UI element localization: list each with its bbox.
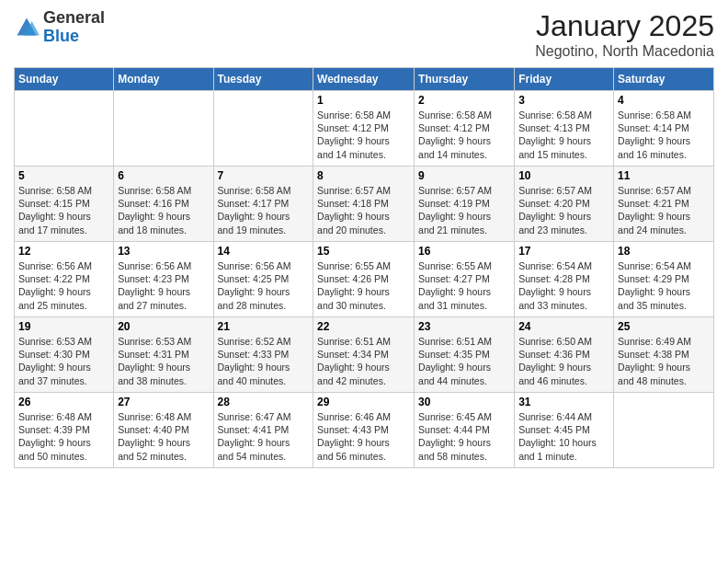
calendar-cell: 12Sunrise: 6:56 AMSunset: 4:22 PMDayligh… bbox=[15, 242, 114, 317]
calendar-cell: 5Sunrise: 6:58 AMSunset: 4:15 PMDaylight… bbox=[15, 167, 114, 242]
col-sunday: Sunday bbox=[15, 68, 114, 91]
day-info: Sunrise: 6:51 AMSunset: 4:34 PMDaylight:… bbox=[317, 335, 410, 387]
calendar-week-row: 5Sunrise: 6:58 AMSunset: 4:15 PMDaylight… bbox=[15, 167, 714, 242]
day-number: 12 bbox=[18, 245, 109, 258]
calendar-cell: 27Sunrise: 6:48 AMSunset: 4:40 PMDayligh… bbox=[114, 393, 213, 468]
day-info: Sunrise: 6:58 AMSunset: 4:13 PMDaylight:… bbox=[518, 109, 609, 161]
day-info: Sunrise: 6:45 AMSunset: 4:44 PMDaylight:… bbox=[418, 410, 510, 463]
logo: General Blue bbox=[14, 9, 105, 46]
day-info: Sunrise: 6:58 AMSunset: 4:17 PMDaylight:… bbox=[218, 184, 310, 236]
day-number: 4 bbox=[618, 94, 710, 107]
day-number: 30 bbox=[418, 396, 510, 408]
calendar-cell: 3Sunrise: 6:58 AMSunset: 4:13 PMDaylight… bbox=[515, 91, 614, 167]
day-number: 5 bbox=[18, 169, 109, 182]
day-number: 18 bbox=[618, 245, 710, 258]
day-number: 16 bbox=[418, 245, 510, 258]
col-wednesday: Wednesday bbox=[313, 68, 415, 91]
day-info: Sunrise: 6:46 AMSunset: 4:43 PMDaylight:… bbox=[317, 410, 410, 463]
day-number: 20 bbox=[118, 320, 209, 333]
col-monday: Monday bbox=[114, 68, 213, 91]
day-info: Sunrise: 6:48 AMSunset: 4:40 PMDaylight:… bbox=[118, 410, 209, 463]
calendar-cell: 21Sunrise: 6:52 AMSunset: 4:33 PMDayligh… bbox=[213, 317, 313, 393]
calendar-cell: 30Sunrise: 6:45 AMSunset: 4:44 PMDayligh… bbox=[415, 393, 515, 468]
logo-icon bbox=[14, 15, 40, 40]
col-thursday: Thursday bbox=[415, 68, 515, 91]
day-number: 26 bbox=[18, 396, 109, 408]
day-number: 13 bbox=[118, 245, 209, 258]
day-info: Sunrise: 6:55 AMSunset: 4:26 PMDaylight:… bbox=[317, 259, 410, 312]
calendar-cell: 19Sunrise: 6:53 AMSunset: 4:30 PMDayligh… bbox=[15, 317, 114, 393]
day-info: Sunrise: 6:57 AMSunset: 4:21 PMDaylight:… bbox=[618, 184, 710, 236]
calendar-cell: 2Sunrise: 6:58 AMSunset: 4:12 PMDaylight… bbox=[415, 91, 515, 167]
day-number: 14 bbox=[218, 245, 310, 258]
calendar-cell: 4Sunrise: 6:58 AMSunset: 4:14 PMDaylight… bbox=[614, 91, 714, 167]
day-number: 1 bbox=[317, 94, 410, 107]
calendar-cell: 13Sunrise: 6:56 AMSunset: 4:23 PMDayligh… bbox=[114, 242, 213, 317]
day-info: Sunrise: 6:58 AMSunset: 4:14 PMDaylight:… bbox=[618, 109, 710, 161]
day-info: Sunrise: 6:54 AMSunset: 4:28 PMDaylight:… bbox=[518, 259, 609, 312]
col-friday: Friday bbox=[515, 68, 614, 91]
day-info: Sunrise: 6:58 AMSunset: 4:16 PMDaylight:… bbox=[118, 184, 209, 236]
logo-general: General bbox=[43, 9, 105, 28]
calendar-cell: 24Sunrise: 6:50 AMSunset: 4:36 PMDayligh… bbox=[515, 317, 614, 393]
calendar-cell: 17Sunrise: 6:54 AMSunset: 4:28 PMDayligh… bbox=[515, 242, 614, 317]
day-number: 25 bbox=[618, 320, 710, 333]
calendar-cell: 7Sunrise: 6:58 AMSunset: 4:17 PMDaylight… bbox=[213, 167, 313, 242]
day-info: Sunrise: 6:52 AMSunset: 4:33 PMDaylight:… bbox=[218, 335, 310, 387]
day-number: 8 bbox=[317, 169, 410, 182]
day-info: Sunrise: 6:50 AMSunset: 4:36 PMDaylight:… bbox=[518, 335, 609, 387]
day-number: 21 bbox=[218, 320, 310, 333]
calendar-cell: 28Sunrise: 6:47 AMSunset: 4:41 PMDayligh… bbox=[213, 393, 313, 468]
day-number: 28 bbox=[218, 396, 310, 408]
day-info: Sunrise: 6:57 AMSunset: 4:20 PMDaylight:… bbox=[518, 184, 609, 236]
day-info: Sunrise: 6:55 AMSunset: 4:27 PMDaylight:… bbox=[418, 259, 510, 312]
calendar-cell: 6Sunrise: 6:58 AMSunset: 4:16 PMDaylight… bbox=[114, 167, 213, 242]
calendar-cell bbox=[213, 91, 313, 167]
day-number: 9 bbox=[418, 169, 510, 182]
day-info: Sunrise: 6:57 AMSunset: 4:18 PMDaylight:… bbox=[317, 184, 410, 236]
calendar-cell: 18Sunrise: 6:54 AMSunset: 4:29 PMDayligh… bbox=[614, 242, 714, 317]
day-info: Sunrise: 6:58 AMSunset: 4:12 PMDaylight:… bbox=[418, 109, 510, 161]
calendar-week-row: 26Sunrise: 6:48 AMSunset: 4:39 PMDayligh… bbox=[15, 393, 714, 468]
calendar-cell: 22Sunrise: 6:51 AMSunset: 4:34 PMDayligh… bbox=[313, 317, 415, 393]
day-info: Sunrise: 6:47 AMSunset: 4:41 PMDaylight:… bbox=[218, 410, 310, 463]
day-info: Sunrise: 6:44 AMSunset: 4:45 PMDaylight:… bbox=[518, 410, 609, 463]
calendar-cell: 16Sunrise: 6:55 AMSunset: 4:27 PMDayligh… bbox=[415, 242, 515, 317]
calendar-header-row: Sunday Monday Tuesday Wednesday Thursday… bbox=[15, 68, 714, 91]
day-number: 31 bbox=[518, 396, 609, 408]
calendar-cell bbox=[15, 91, 114, 167]
day-number: 29 bbox=[317, 396, 410, 408]
calendar-cell bbox=[614, 393, 714, 468]
page-container: General Blue January 2025 Negotino, Nort… bbox=[0, 0, 728, 477]
day-info: Sunrise: 6:56 AMSunset: 4:25 PMDaylight:… bbox=[218, 259, 310, 312]
day-info: Sunrise: 6:58 AMSunset: 4:15 PMDaylight:… bbox=[18, 184, 109, 236]
calendar-cell: 15Sunrise: 6:55 AMSunset: 4:26 PMDayligh… bbox=[313, 242, 415, 317]
day-info: Sunrise: 6:54 AMSunset: 4:29 PMDaylight:… bbox=[618, 259, 710, 312]
day-info: Sunrise: 6:48 AMSunset: 4:39 PMDaylight:… bbox=[18, 410, 109, 463]
day-number: 11 bbox=[618, 169, 710, 182]
calendar-cell: 23Sunrise: 6:51 AMSunset: 4:35 PMDayligh… bbox=[415, 317, 515, 393]
calendar-cell: 31Sunrise: 6:44 AMSunset: 4:45 PMDayligh… bbox=[515, 393, 614, 468]
month-title: January 2025 bbox=[535, 9, 714, 43]
calendar-week-row: 19Sunrise: 6:53 AMSunset: 4:30 PMDayligh… bbox=[15, 317, 714, 393]
calendar-cell: 1Sunrise: 6:58 AMSunset: 4:12 PMDaylight… bbox=[313, 91, 415, 167]
day-info: Sunrise: 6:51 AMSunset: 4:35 PMDaylight:… bbox=[418, 335, 510, 387]
calendar-week-row: 1Sunrise: 6:58 AMSunset: 4:12 PMDaylight… bbox=[15, 91, 714, 167]
col-tuesday: Tuesday bbox=[213, 68, 313, 91]
calendar-cell: 8Sunrise: 6:57 AMSunset: 4:18 PMDaylight… bbox=[313, 167, 415, 242]
calendar-cell: 29Sunrise: 6:46 AMSunset: 4:43 PMDayligh… bbox=[313, 393, 415, 468]
day-number: 6 bbox=[118, 169, 209, 182]
day-info: Sunrise: 6:53 AMSunset: 4:30 PMDaylight:… bbox=[18, 335, 109, 387]
day-info: Sunrise: 6:56 AMSunset: 4:23 PMDaylight:… bbox=[118, 259, 209, 312]
day-info: Sunrise: 6:57 AMSunset: 4:19 PMDaylight:… bbox=[418, 184, 510, 236]
logo-text: General Blue bbox=[43, 9, 105, 46]
calendar-table: Sunday Monday Tuesday Wednesday Thursday… bbox=[14, 67, 714, 468]
col-saturday: Saturday bbox=[614, 68, 714, 91]
day-number: 3 bbox=[518, 94, 609, 107]
day-number: 7 bbox=[218, 169, 310, 182]
location-subtitle: Negotino, North Macedonia bbox=[535, 43, 714, 60]
day-info: Sunrise: 6:53 AMSunset: 4:31 PMDaylight:… bbox=[118, 335, 209, 387]
calendar-cell: 10Sunrise: 6:57 AMSunset: 4:20 PMDayligh… bbox=[515, 167, 614, 242]
calendar-cell: 20Sunrise: 6:53 AMSunset: 4:31 PMDayligh… bbox=[114, 317, 213, 393]
calendar-cell: 11Sunrise: 6:57 AMSunset: 4:21 PMDayligh… bbox=[614, 167, 714, 242]
